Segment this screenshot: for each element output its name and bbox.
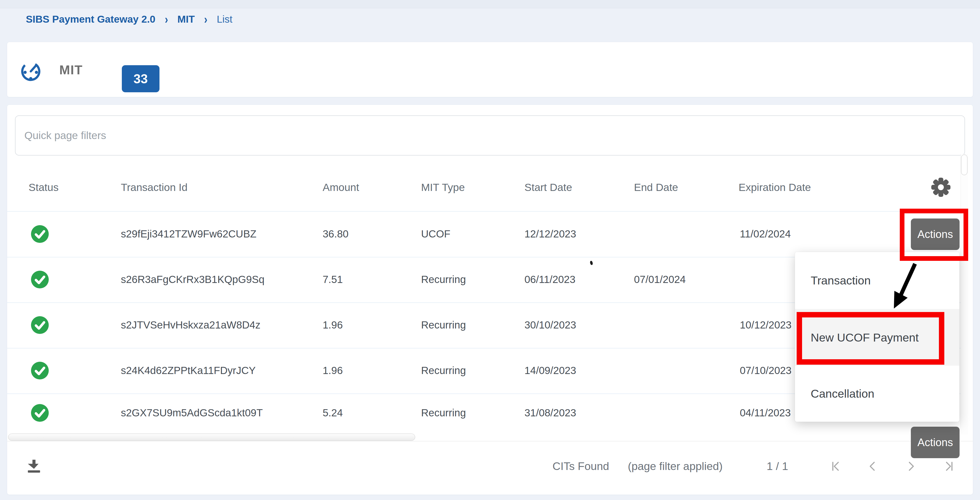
amount-cell: 1.96	[323, 365, 343, 376]
column-header-expiration-date[interactable]: Expiration Date	[738, 181, 811, 194]
first-page-icon[interactable]	[830, 460, 842, 472]
expiration-date-cell: 10/12/2023	[740, 319, 791, 331]
tab-mit-label: MIT	[59, 62, 83, 77]
mit-type-cell: Recurring	[421, 407, 466, 419]
mit-type-cell: Recurring	[421, 274, 466, 286]
breadcrumb-root[interactable]: SIBS Payment Gateway 2.0	[26, 14, 155, 25]
chevron-right-icon: ›	[204, 12, 207, 26]
download-icon[interactable]	[26, 459, 41, 474]
gear-icon[interactable]	[931, 177, 951, 198]
success-status-icon	[31, 404, 49, 422]
top-strip	[0, 0, 980, 8]
column-header-start-date[interactable]: Start Date	[525, 181, 572, 194]
vertical-scrollbar-track[interactable]	[961, 154, 968, 435]
success-status-icon	[31, 316, 49, 334]
amount-cell: 5.24	[323, 407, 343, 419]
start-date-cell: 14/09/2023	[525, 365, 576, 376]
amount-cell: 7.51	[323, 274, 343, 286]
menu-item-transaction[interactable]: Transaction	[795, 252, 959, 309]
mit-type-cell: Recurring	[421, 319, 466, 331]
tabs-card: MIT 33	[7, 42, 973, 97]
vertical-scrollbar-thumb[interactable]	[961, 154, 967, 175]
chevron-right-icon: ›	[165, 12, 168, 26]
column-header-end-date[interactable]: End Date	[634, 181, 678, 194]
page-filter-note: (page filter applied)	[628, 460, 722, 473]
column-header-mit-type[interactable]: MIT Type	[421, 181, 465, 194]
transaction-id-cell: s26R3aFgCKrRx3B1KQpG9Sq	[121, 274, 264, 286]
breadcrumb: SIBS Payment Gateway 2.0 › MIT › List	[26, 12, 232, 26]
page-indicator: 1 / 1	[767, 460, 788, 473]
expiration-date-cell: 04/11/2023	[740, 407, 791, 419]
menu-item-cancellation[interactable]: Cancellation	[795, 365, 959, 422]
breadcrumb-page-list[interactable]: List	[217, 14, 232, 25]
previous-page-icon[interactable]	[867, 460, 878, 472]
expiration-date-cell: 11/02/2024	[740, 228, 791, 240]
transaction-id-cell: s2JTVSeHvHskxza21aW8D4z	[121, 319, 260, 331]
breadcrumb-section-mit[interactable]: MIT	[177, 14, 195, 25]
mit-type-cell: Recurring	[421, 365, 466, 376]
footer-divider	[7, 441, 973, 441]
results-count-label: CITs Found	[552, 460, 609, 473]
actions-button-row-1[interactable]: Actions	[911, 219, 959, 250]
amount-cell: 1.96	[323, 319, 343, 331]
success-status-icon	[31, 362, 49, 379]
quick-page-filters-input[interactable]	[15, 116, 965, 156]
amount-cell: 36.80	[323, 228, 348, 240]
tab-mit-count-badge: 33	[122, 65, 159, 92]
tab-mit[interactable]: MIT 33	[19, 52, 167, 87]
last-page-icon[interactable]	[943, 460, 955, 472]
start-date-cell: 30/10/2023	[525, 319, 576, 331]
horizontal-scrollbar-thumb[interactable]	[8, 433, 415, 441]
transaction-id-cell: s24K4d62ZPPtKa11FDyrJCY	[121, 365, 256, 376]
transaction-id-cell: s2GX7SU9m5AdGScda1kt09T	[121, 407, 263, 419]
header-divider	[7, 211, 963, 212]
expiration-date-cell: 07/10/2023	[740, 365, 791, 376]
start-date-cell: 12/12/2023	[525, 228, 576, 240]
start-date-cell: 06/11/2023	[525, 274, 575, 286]
success-status-icon	[31, 225, 49, 243]
actions-button-row-5[interactable]: Actions	[911, 427, 959, 458]
start-date-cell: 31/08/2023	[525, 407, 576, 419]
actions-dropdown-menu: Transaction New UCOF Payment Cancellatio…	[795, 252, 959, 422]
column-header-status[interactable]: Status	[29, 181, 59, 194]
column-header-amount[interactable]: Amount	[323, 181, 359, 194]
timer-icon	[19, 59, 42, 81]
menu-item-new-ucof-payment[interactable]: New UCOF Payment	[795, 309, 959, 366]
success-status-icon	[31, 271, 49, 288]
column-header-transaction-id[interactable]: Transaction Id	[121, 181, 188, 194]
mit-type-cell: UCOF	[421, 228, 450, 240]
end-date-cell: 07/01/2024	[634, 274, 686, 286]
next-page-icon[interactable]	[905, 460, 917, 472]
transaction-id-cell: s29fEji3412TZW9Fw62CUBZ	[121, 228, 256, 240]
